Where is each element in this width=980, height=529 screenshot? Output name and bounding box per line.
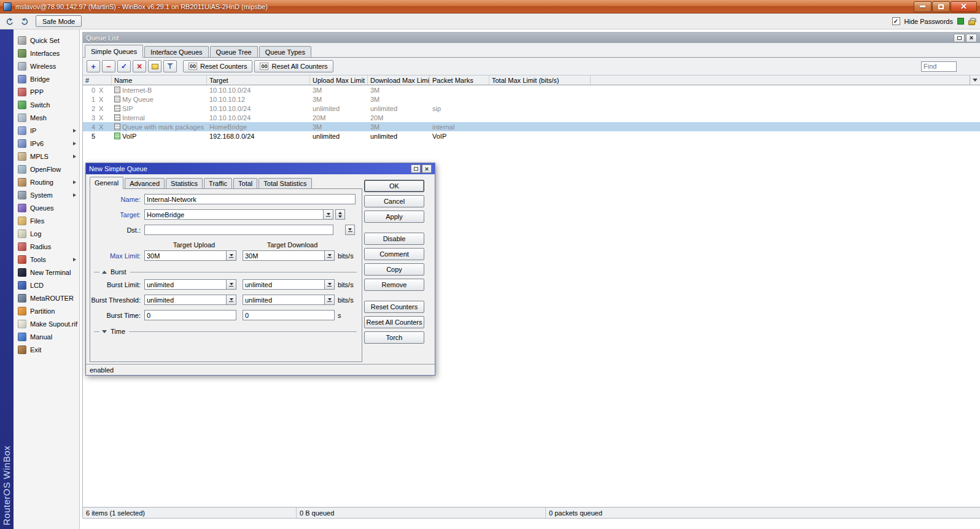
tab-general[interactable]: General (90, 177, 123, 189)
apply-button[interactable]: Apply (364, 210, 424, 223)
burst-limit-download-dropdown[interactable] (325, 279, 335, 290)
name-input[interactable] (144, 194, 356, 204)
sidebar-item-routing[interactable]: Routing (14, 176, 79, 188)
reset-all-counters-button[interactable]: Reset All Counters (364, 316, 424, 328)
table-row[interactable]: 1X My Queue 10.10.10.12 3M 3M (83, 95, 980, 104)
burst-limit-upload-dropdown[interactable] (227, 279, 236, 290)
max-limit-upload-dropdown[interactable] (227, 250, 236, 261)
sidebar-item-partition[interactable]: Partition (14, 304, 79, 317)
column-header-target[interactable]: Target (207, 75, 310, 85)
copy-button[interactable]: Copy (364, 263, 424, 276)
queue-list-titlebar[interactable]: Queue List × (83, 33, 980, 43)
burst-threshold-upload-input[interactable] (144, 295, 227, 305)
table-row[interactable]: 2X SIP 10.10.10.0/24 unlimited unlimited… (83, 104, 980, 113)
reset-counters-button[interactable]: Reset Counters (364, 301, 424, 313)
burst-time-upload-input[interactable] (144, 310, 236, 320)
table-row-selected[interactable]: 4X Queue with mark packages HomeBridge 3… (83, 122, 980, 131)
sidebar-item-ppp[interactable]: PPP (14, 85, 79, 98)
max-limit-download-input[interactable] (243, 250, 325, 261)
max-limit-upload-input[interactable] (144, 250, 227, 261)
add-button[interactable]: + (87, 60, 100, 72)
column-header-number[interactable]: # (83, 75, 112, 85)
sidebar-item-tools[interactable]: Tools (14, 253, 79, 266)
sidebar-item-ip[interactable]: IP (14, 124, 79, 137)
tab-queue-types[interactable]: Queue Types (259, 46, 311, 57)
burst-threshold-upload-dropdown[interactable] (227, 295, 236, 305)
undo-button[interactable] (4, 15, 16, 28)
comment-button[interactable]: Comment (364, 248, 424, 260)
tab-interface-queues[interactable]: Interface Queues (144, 46, 208, 57)
max-limit-download-dropdown[interactable] (325, 250, 335, 261)
tab-statistics[interactable]: Statistics (166, 178, 203, 188)
sidebar-item-mesh[interactable]: Mesh (14, 111, 79, 124)
table-row[interactable]: 3X Internal 10.10.10.0/24 20M 20M (83, 113, 980, 122)
sidebar-item-exit[interactable]: Exit (14, 343, 79, 356)
safe-mode-button[interactable]: Safe Mode (36, 15, 82, 27)
comment-button[interactable] (148, 60, 161, 72)
sidebar-item-files[interactable]: Files (14, 214, 79, 227)
maximize-button[interactable] (932, 1, 950, 12)
enable-button[interactable]: ✓ (117, 60, 131, 72)
column-header-total[interactable]: Total Max Limit (bits/s) (489, 75, 591, 85)
app-titlebar[interactable]: mslavov@78.90.142.97 (MartinS) - WinBox … (0, 0, 980, 14)
reset-all-counters-button[interactable]: 00 Reset All Counters (254, 60, 333, 72)
dialog-titlebar[interactable]: New Simple Queue × (86, 163, 435, 174)
tab-total-statistics[interactable]: Total Statistics (259, 178, 311, 188)
table-row[interactable]: 0X Internet-B 10.10.10.0/24 3M 3M (83, 85, 980, 95)
column-picker-button[interactable] (970, 75, 980, 85)
find-input[interactable] (921, 61, 957, 72)
minimize-button[interactable] (914, 1, 931, 12)
sidebar-item-switch[interactable]: Switch (14, 98, 79, 111)
tab-total[interactable]: Total (233, 178, 257, 188)
burst-threshold-download-input[interactable] (243, 295, 325, 305)
cancel-button[interactable]: Cancel (364, 195, 424, 207)
tab-simple-queues[interactable]: Simple Queues (85, 45, 143, 58)
target-dropdown-button[interactable] (324, 209, 333, 220)
hide-passwords-checkbox[interactable]: ✓ (892, 17, 900, 25)
queue-window-restore-button[interactable] (954, 34, 965, 42)
sidebar-item-lcd[interactable]: LCD (14, 279, 79, 292)
sidebar-item-queues[interactable]: Queues (14, 201, 79, 214)
ok-button[interactable]: OK (364, 180, 424, 192)
sidebar-item-mpls[interactable]: MPLS (14, 150, 79, 163)
burst-time-download-input[interactable] (243, 310, 335, 320)
time-section-toggle[interactable]: Time (94, 328, 357, 335)
sidebar-item-interfaces[interactable]: Interfaces (14, 47, 79, 60)
sidebar-item-wireless[interactable]: Wireless (14, 60, 79, 72)
target-input[interactable] (144, 209, 324, 220)
column-header-packet-marks[interactable]: Packet Marks (430, 75, 489, 85)
burst-threshold-download-dropdown[interactable] (325, 295, 335, 305)
filter-button[interactable] (163, 60, 177, 72)
sidebar-item-metarouter[interactable]: MetaROUTER (14, 292, 79, 304)
disable-button[interactable]: Disable (364, 233, 424, 245)
column-header-name[interactable]: Name (112, 75, 207, 85)
sidebar-item-manual[interactable]: Manual (14, 330, 79, 343)
sidebar-item-ipv6[interactable]: IPv6 (14, 137, 79, 150)
disable-button[interactable]: × (133, 60, 146, 72)
close-button[interactable]: ✕ (951, 1, 977, 12)
sidebar-item-bridge[interactable]: Bridge (14, 72, 79, 85)
dialog-maximize-button[interactable] (411, 164, 421, 173)
burst-limit-download-input[interactable] (243, 279, 325, 290)
tab-traffic[interactable]: Traffic (204, 178, 232, 188)
queue-window-close-button[interactable]: × (966, 34, 977, 42)
sidebar-item-make-supout[interactable]: Make Supout.rif (14, 317, 79, 330)
dialog-close-button[interactable]: × (422, 164, 432, 173)
sidebar-item-radius[interactable]: Radius (14, 240, 79, 253)
remove-button[interactable]: Remove (364, 279, 424, 291)
table-row[interactable]: 5 VoIP 192.168.0.0/24 unlimited unlimite… (83, 131, 980, 141)
tab-advanced[interactable]: Advanced (125, 178, 165, 188)
sidebar-item-quick-set[interactable]: Quick Set (14, 34, 79, 47)
sidebar-item-openflow[interactable]: OpenFlow (14, 163, 79, 176)
target-add-remove-spinner[interactable] (335, 209, 345, 220)
tab-queue-tree[interactable]: Queue Tree (210, 46, 258, 57)
column-header-download[interactable]: Download Max Limit (368, 75, 430, 85)
sidebar-item-system[interactable]: System (14, 188, 79, 201)
burst-section-toggle[interactable]: Burst (94, 268, 357, 276)
redo-button[interactable] (18, 15, 31, 28)
burst-limit-upload-input[interactable] (144, 279, 227, 290)
sidebar-item-log[interactable]: Log (14, 227, 79, 240)
torch-button[interactable]: Torch (364, 331, 424, 344)
column-header-upload[interactable]: Upload Max Limit (310, 75, 368, 85)
dst-dropdown-button[interactable] (345, 225, 355, 235)
